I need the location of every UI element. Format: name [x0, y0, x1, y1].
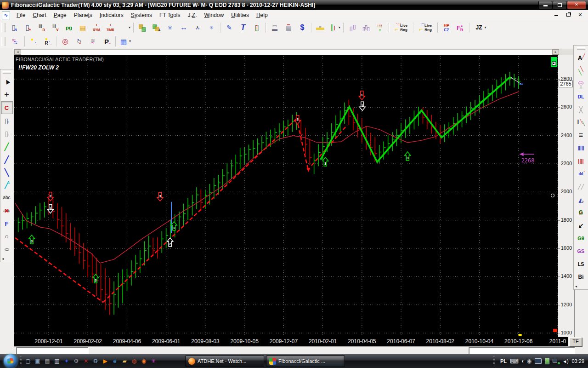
delete-text-button[interactable]: abc✕: [1, 204, 13, 217]
volume-icon[interactable]: ◄): [562, 359, 568, 364]
keyboard-icon[interactable]: ⌨: [510, 358, 519, 365]
planet-wheel-button[interactable]: ○●●: [73, 35, 85, 47]
pages-dropdown-button[interactable]: ▾: [118, 22, 131, 34]
fhz-button[interactable]: Fzh: [454, 22, 467, 34]
magnet-c-button[interactable]: C: [1, 101, 13, 114]
fibonacci-f-button[interactable]: F: [1, 217, 13, 230]
mdi-restore-button[interactable]: [564, 12, 572, 18]
compress-bars-button[interactable]: ✳: [164, 22, 176, 34]
hp-fz-button[interactable]: HPFZ: [440, 22, 453, 34]
pages-dropdown-dropdown-icon[interactable]: ▾: [129, 25, 130, 29]
quicklaunch-internet-explorer-icon[interactable]: e: [111, 357, 119, 365]
security-check-icon[interactable]: ◉: [527, 358, 531, 364]
menu-item-systems[interactable]: Systems: [127, 11, 156, 19]
circle-tool-button[interactable]: ○: [1, 230, 13, 243]
bars-count-button[interactable]: ǁǀn: [35, 22, 48, 34]
bi-tool-button[interactable]: Bi: [575, 270, 587, 283]
aspect-lines-button[interactable]: ≋~: [86, 35, 99, 47]
menu-item-planets[interactable]: Planets: [70, 11, 96, 19]
chart-plot-area[interactable]: FIBONACCI/GALACTIC TRADER(TM) !!FW20 ZOL…: [14, 55, 558, 337]
mdi-minimize-button[interactable]: [552, 12, 560, 18]
minimize-button[interactable]: [538, 1, 552, 9]
battery-icon[interactable]: [545, 358, 549, 364]
text-tool-button[interactable]: T: [237, 22, 249, 34]
cascade-windows-button[interactable]: ▩▩: [136, 22, 149, 34]
quicklaunch-folder-icon[interactable]: ▰: [120, 357, 129, 365]
jz-menu-button[interactable]: JZ▾: [472, 22, 488, 34]
trendline-blue-down-button[interactable]: ╲: [1, 166, 13, 178]
ephemeris-table-dropdown-icon[interactable]: ▾: [129, 39, 131, 43]
start-button[interactable]: [4, 354, 17, 368]
toolbar-collapse-icon[interactable]: ◂: [575, 284, 577, 288]
scroll-left-button[interactable]: ◄: [14, 49, 21, 55]
vertical-lines-red-button[interactable]: ||||: [575, 155, 587, 167]
scroll-right-button[interactable]: ►: [552, 49, 559, 55]
page-setup-button[interactable]: pg: [62, 22, 75, 34]
crosshair-button[interactable]: +: [1, 88, 13, 101]
zoom-page-button[interactable]: ▯○: [1, 114, 13, 127]
toolbar-collapse-icon[interactable]: ◂: [2, 257, 4, 261]
impulse-lines-button[interactable]: I╲╲: [575, 116, 587, 129]
gs-tool-button[interactable]: GS: [575, 245, 587, 258]
menu-item-page[interactable]: Page: [50, 11, 70, 19]
time-change-button[interactable]: ıTIME: [104, 22, 117, 34]
snowflake-tool-button[interactable]: ✳: [205, 22, 218, 34]
tile-windows-button[interactable]: ▯▯: [346, 22, 359, 34]
quicklaunch-ms-app-icon[interactable]: ✕: [82, 357, 90, 365]
bars-volume-button[interactable]: ǁǀv: [49, 22, 62, 34]
sun-aspects-button[interactable]: ●∴·: [27, 35, 40, 47]
print-button[interactable]: ▭▬: [268, 22, 281, 34]
traffic-light-button[interactable]: ▯●●●: [250, 22, 263, 34]
live-range-blue-button[interactable]: ⌐∷∷LiveRng: [416, 22, 435, 34]
quicklaunch-chrome-icon[interactable]: ◍: [130, 357, 138, 365]
chart-horizontal-scrollbar[interactable]: ◄ ►: [14, 49, 574, 55]
menu-item-chart[interactable]: Chart: [29, 11, 50, 19]
sun-retrograde-button[interactable]: ●R∴·: [41, 35, 54, 47]
close-button[interactable]: ✕: [567, 1, 586, 9]
horizontal-lines-button[interactable]: ≡: [575, 129, 587, 142]
trendline-green-button[interactable]: ╱: [1, 140, 13, 153]
angle-a-button[interactable]: A╱: [575, 52, 587, 64]
menu-item-utilities[interactable]: Utilities: [227, 11, 253, 19]
tray-expand-icon[interactable]: ‹: [522, 358, 524, 364]
text-abc-button[interactable]: abc: [1, 191, 13, 204]
select-pointer-button[interactable]: ▶: [1, 75, 13, 88]
measure-ruler-button[interactable]: ▬ııı: [314, 22, 327, 34]
pitchfork-button[interactable]: ◭·: [575, 193, 587, 206]
quicklaunch-recycle-bin-icon[interactable]: ♻: [91, 357, 100, 365]
scale-one-button[interactable]: ↔1: [191, 22, 204, 34]
vertical-lines-blue-button[interactable]: |||||: [575, 142, 587, 155]
page-grid-button[interactable]: ▦: [76, 22, 89, 34]
ephemeris-table-button[interactable]: ▦▾: [118, 35, 131, 47]
planet-p-button[interactable]: P~: [100, 35, 113, 47]
restore-button[interactable]: [553, 1, 566, 9]
trendline-blue-button[interactable]: ╱: [1, 153, 13, 166]
menu-item-help[interactable]: Help: [253, 11, 271, 19]
quicklaunch-show-desktop-icon[interactable]: ▢: [24, 357, 32, 365]
marker-pencil-button[interactable]: ╱▴: [1, 178, 13, 191]
menu-item-ft-tools[interactable]: FT Tools: [156, 11, 184, 19]
task-button-atdhe[interactable]: ATDHE.Net - Watch...: [185, 355, 264, 367]
tile-windows-alt-button[interactable]: ▯▯▯: [360, 22, 373, 34]
color-grid-button[interactable]: ∷∷∷∷≡: [373, 22, 386, 34]
new-page-button[interactable]: ▯N: [7, 22, 20, 34]
menu-item-j-z-[interactable]: J.Z.: [184, 11, 200, 19]
jz-menu-dropdown-icon[interactable]: ▾: [485, 25, 486, 29]
pointer-pencil-button[interactable]: ✎: [223, 22, 236, 34]
trend-arrows-button[interactable]: ╲╲: [575, 64, 587, 77]
quicklaunch-media-player-orange-icon[interactable]: ▶: [101, 357, 109, 365]
quicklaunch-window-switcher-icon[interactable]: ▣: [34, 357, 42, 365]
gann-lines-button[interactable]: ≡G: [575, 206, 587, 219]
live-range-red-button[interactable]: ⌐∷∷LiveRng: [391, 22, 411, 34]
g9-tool-button[interactable]: G9: [575, 232, 587, 245]
symbol-change-button[interactable]: ıSYM: [90, 22, 103, 34]
menu-item-file[interactable]: File: [13, 11, 29, 19]
quicklaunch-media-bar-icon[interactable]: ▤: [43, 357, 51, 365]
display-icon[interactable]: [535, 358, 542, 364]
currency-button[interactable]: $: [296, 22, 309, 34]
fan-lines-button[interactable]: ↙: [575, 219, 587, 232]
expand-bars-button[interactable]: ↔: [177, 22, 190, 34]
quicklaunch-blue-app-icon[interactable]: ✦: [62, 357, 71, 365]
ls-tool-button[interactable]: LS: [575, 258, 587, 270]
task-button-fibonacci[interactable]: Fibonacci/Galactic ...: [266, 355, 345, 367]
